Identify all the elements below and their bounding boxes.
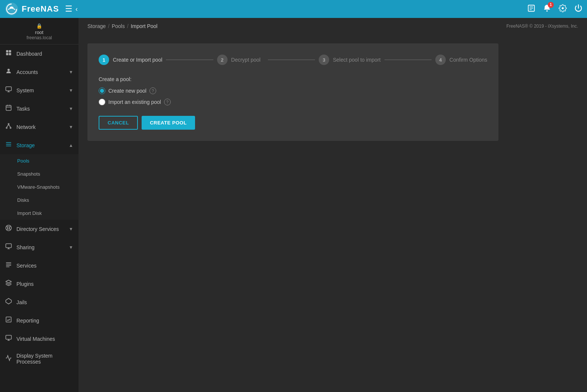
wizard-card: 1 Create or Import pool 2 Decrypt pool 3… [87,43,498,141]
form-content: Create a pool: Create new pool ? Import … [99,76,487,130]
sidebar-item-services[interactable]: Services [0,256,78,275]
sidebar-item-tasks[interactable]: Tasks ▼ [0,99,78,118]
svg-line-22 [9,124,10,127]
sidebar-sub-item-pools[interactable]: Pools [0,154,78,167]
topbar: FreeNAS ☰ ‹ 1 [0,0,587,18]
bell-badge: 1 [548,2,554,8]
chevron-up-icon: ▲ [69,143,73,148]
step-divider-1 [166,59,213,60]
svg-rect-6 [6,50,8,52]
network-icon [5,123,12,131]
svg-point-20 [10,127,11,129]
svg-rect-7 [9,50,11,52]
plugins-icon [5,280,12,288]
sidebar-username: root [35,30,43,35]
sidebar-item-label: Services [16,263,73,269]
svg-rect-9 [9,53,11,55]
chevron-down-icon: ▼ [69,88,73,93]
sidebar-item-jails[interactable]: Jails [0,293,78,311]
sidebar-sub-item-snapshots[interactable]: Snapshots [0,167,78,180]
main-content: Storage / Pools / Import Pool FreeNAS® ©… [78,18,587,392]
sidebar-item-directory-services[interactable]: Directory Services ▼ [0,220,78,238]
step-divider-3 [384,59,432,60]
sidebar-item-virtual-machines[interactable]: Virtual Machines [0,330,78,348]
bell-icon[interactable]: 1 [543,4,551,14]
hamburger-menu-icon[interactable]: ☰ [65,4,72,14]
lock-icon: 🔒 [36,23,42,29]
cancel-button[interactable]: CANCEL [99,116,138,130]
svg-rect-11 [6,87,12,91]
step-divider-2 [268,59,315,60]
svg-line-31 [9,226,11,227]
step-4: 4 Confirm Options [435,55,487,65]
breadcrumb-sep-1: / [108,23,109,29]
svg-point-10 [7,69,10,71]
create-pool-button[interactable]: CREATE POOL [142,116,195,130]
svg-point-5 [546,10,548,12]
services-icon [5,261,12,270]
svg-line-29 [9,229,11,230]
svg-point-18 [8,123,9,124]
svg-rect-14 [6,105,11,111]
form-section-title: Create a pool: [99,76,487,82]
svg-rect-39 [6,335,12,339]
sidebar: 🔒 root freenas.local Dashboard Accounts … [0,18,78,392]
display-system-processes-icon [5,355,12,363]
svg-rect-38 [6,317,11,322]
sidebar-hostname: freenas.local [27,35,52,40]
sidebar-sub-item-import-disk[interactable]: Import Disk [0,207,78,220]
chevron-down-icon: ▼ [69,124,73,130]
create-new-help-icon[interactable]: ? [149,87,156,94]
breadcrumb-current: Import Pool [131,23,158,29]
svg-point-0 [5,3,18,15]
sidebar-item-label: Plugins [16,281,73,287]
accounts-icon [5,68,12,76]
step-4-label: Confirm Options [449,57,487,63]
sidebar-item-reporting[interactable]: Reporting [0,311,78,330]
power-icon[interactable] [574,4,583,14]
import-existing-label: Import an existing pool [108,99,161,105]
sidebar-item-label: Directory Services [16,226,64,232]
svg-line-28 [6,226,8,227]
sidebar-sub-item-vmware-snapshots[interactable]: VMware-Snapshots [0,180,78,194]
sidebar-item-dashboard[interactable]: Dashboard [0,44,78,63]
sidebar-item-label: System [16,87,64,93]
step-2: 2 Decrypt pool [217,55,264,65]
radio-row-import: Import an existing pool ? [99,99,487,105]
breadcrumb-pools[interactable]: Pools [112,23,125,29]
sidebar-item-accounts[interactable]: Accounts ▼ [0,63,78,81]
jails-icon [5,298,12,306]
page-content: 1 Create or Import pool 2 Decrypt pool 3… [78,34,587,392]
breadcrumb-storage[interactable]: Storage [87,23,106,29]
reporting-icon [5,316,12,325]
sidebar-item-system[interactable]: System ▼ [0,81,78,99]
svg-rect-32 [6,244,12,248]
back-icon[interactable]: ‹ [75,5,78,13]
import-existing-help-icon[interactable]: ? [164,99,171,105]
chevron-down-icon: ▼ [69,70,73,75]
stepper: 1 Create or Import pool 2 Decrypt pool 3… [99,55,487,65]
step-1: 1 Create or Import pool [99,55,162,65]
svg-point-19 [6,127,7,129]
sidebar-item-storage[interactable]: Storage ▲ [0,136,78,154]
notes-icon[interactable] [527,4,535,14]
sidebar-item-display-system-processes[interactable]: Display System Processes [0,348,78,370]
breadcrumb-bar: Storage / Pools / Import Pool FreeNAS® ©… [78,18,587,34]
topbar-right: 1 [527,4,583,14]
svg-point-27 [7,227,10,229]
tasks-icon [5,104,12,113]
sidebar-item-label: Reporting [16,318,73,324]
logo: FreeNAS [4,2,59,16]
settings-icon[interactable] [559,4,567,14]
sidebar-item-label: Accounts [16,69,64,75]
step-4-circle: 4 [435,55,446,65]
sidebar-sub-item-disks[interactable]: Disks [0,194,78,207]
import-existing-radio[interactable] [99,99,105,105]
create-new-radio[interactable] [99,87,105,94]
system-icon [5,86,12,95]
sidebar-item-plugins[interactable]: Plugins [0,275,78,293]
sidebar-item-network[interactable]: Network ▼ [0,118,78,136]
virtual-machines-icon [5,334,12,343]
sidebar-item-label: Display System Processes [16,353,73,365]
sidebar-item-sharing[interactable]: Sharing ▼ [0,238,78,256]
